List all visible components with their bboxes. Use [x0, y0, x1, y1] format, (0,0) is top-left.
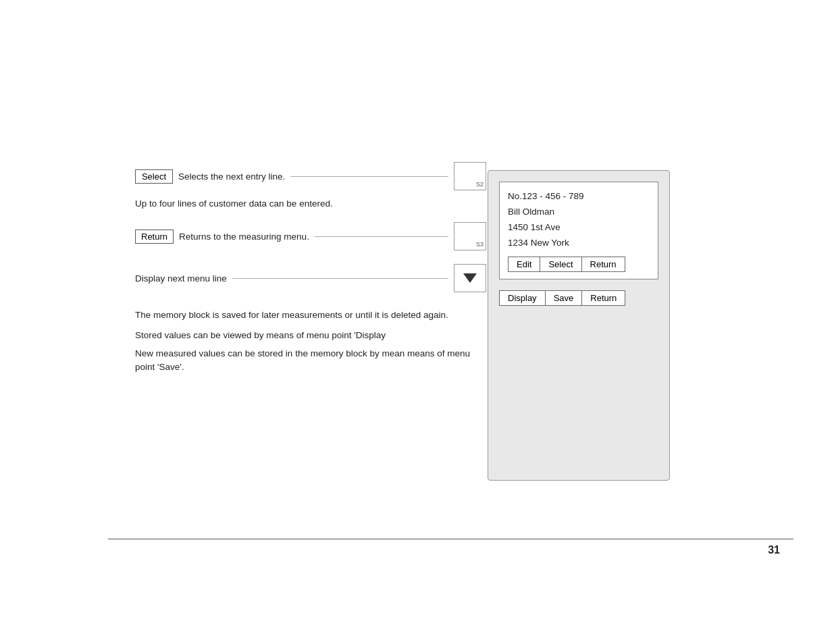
s2-key [454, 162, 486, 190]
info-line1: No.123 - 456 - 789 [508, 189, 650, 205]
subtext: Up to four lines of customer data can be… [135, 198, 486, 209]
return-info-button[interactable]: Return [581, 257, 625, 272]
return-button[interactable]: Return [135, 230, 174, 244]
info-line3: 1450 1st Ave [508, 220, 650, 236]
info-line4: 1234 New York [508, 236, 650, 251]
select-row: Select Selects the next entry line. Up t… [135, 162, 486, 209]
row3-underline [232, 278, 448, 279]
down-arrow-icon [463, 273, 477, 283]
bottom-rule [108, 539, 793, 539]
return-description: Returns to the measuring menu. [179, 232, 309, 242]
left-panel: Select Selects the next entry line. Up t… [135, 162, 486, 378]
para2: Stored values can be viewed by means of … [135, 329, 486, 342]
info-box: No.123 - 456 - 789 Bill Oldman 1450 1st … [499, 182, 658, 279]
display-next-row: Display next menu line [135, 264, 486, 292]
save-button[interactable]: Save [545, 290, 583, 306]
display-button[interactable]: Display [499, 290, 546, 306]
bottom-buttons: Display Save Return [499, 290, 658, 306]
page-number: 31 [768, 544, 780, 556]
info-box-buttons: Edit Select Return [508, 257, 650, 272]
edit-button[interactable]: Edit [508, 257, 540, 272]
s3-key [454, 222, 486, 250]
right-panel: No.123 - 456 - 789 Bill Oldman 1450 1st … [488, 170, 670, 481]
select-button[interactable]: Select [135, 169, 173, 184]
return-row: Return Returns to the measuring menu. [135, 222, 486, 250]
row1-underline [290, 176, 448, 177]
select-info-button[interactable]: Select [540, 257, 581, 272]
return-bottom-button[interactable]: Return [581, 290, 625, 306]
row2-underline [315, 236, 448, 237]
para1: The memory block is saved for later meas… [135, 308, 486, 322]
down-arrow-button[interactable] [454, 264, 486, 292]
select-description: Selects the next entry line. [178, 171, 285, 182]
info-line2: Bill Oldman [508, 205, 650, 220]
para3: New measured values can be stored in the… [135, 347, 486, 375]
display-next-description: Display next menu line [135, 273, 227, 284]
